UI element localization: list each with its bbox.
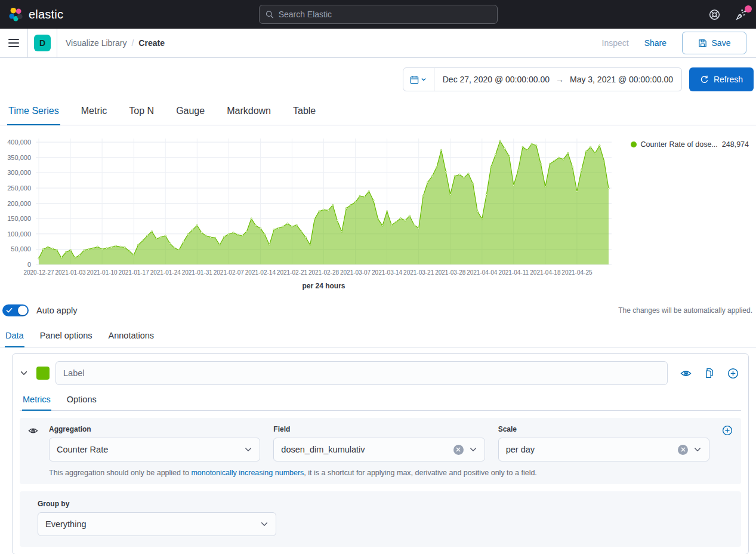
- share-button[interactable]: Share: [644, 38, 666, 48]
- clone-series-button[interactable]: [704, 368, 715, 378]
- menu-button[interactable]: [0, 29, 28, 57]
- x-axis-tick-label: 2021-01-17: [119, 269, 149, 276]
- legend-series-value: 248,974: [722, 140, 749, 149]
- inspect-button[interactable]: Inspect: [602, 38, 629, 48]
- editor-tabs: Data Panel options Annotations: [0, 326, 756, 347]
- app-badge-wrap: D: [28, 29, 57, 57]
- scale-label: Scale: [498, 425, 709, 433]
- plus-in-circle-icon: [727, 368, 739, 379]
- add-series-button[interactable]: [727, 368, 739, 379]
- global-search[interactable]: [259, 5, 498, 24]
- clear-scale-button[interactable]: [678, 445, 688, 455]
- x-axis-tick-label: 2021-02-28: [308, 269, 339, 276]
- x-axis-tick-label: 2021-01-24: [150, 269, 181, 276]
- tab-metric[interactable]: Metric: [80, 100, 109, 125]
- chevron-down-icon: [244, 445, 252, 454]
- field-group: Field dosen_dim_kumulativ: [273, 425, 485, 461]
- series-color-swatch[interactable]: [36, 367, 50, 380]
- x-axis-tick-label: 2021-03-14: [372, 269, 402, 276]
- auto-apply-row: Auto apply The changes will be automatic…: [0, 297, 756, 322]
- elastic-logo[interactable]: elastic: [8, 7, 63, 22]
- tab-data[interactable]: Data: [5, 326, 24, 347]
- search-input[interactable]: [279, 10, 491, 19]
- group-by-select[interactable]: Everything: [38, 512, 276, 536]
- aggregation-help-text: This aggregation should only be applied …: [49, 469, 733, 477]
- refresh-icon: [700, 75, 709, 84]
- tab-annotations[interactable]: Annotations: [108, 326, 155, 347]
- aggregation-group: Aggregation Counter Rate: [49, 425, 260, 461]
- check-icon: [6, 307, 13, 313]
- aggregation-value: Counter Rate: [57, 445, 244, 454]
- toggle-knob: [18, 306, 27, 315]
- newsfeed-icon[interactable]: [736, 8, 748, 20]
- save-button[interactable]: Save: [682, 32, 746, 54]
- time-filter-row: Dec 27, 2020 @ 00:00:00.00 → May 3, 2021…: [0, 58, 756, 91]
- help-text-post: , it is a shortcut for applying max, der…: [304, 469, 536, 477]
- field-value: dosen_dim_kumulativ: [281, 445, 453, 454]
- tab-markdown[interactable]: Markdown: [226, 100, 272, 125]
- tab-metrics[interactable]: Metrics: [22, 391, 51, 411]
- chart-legend[interactable]: Counter Rate of dose... 248,974: [631, 140, 749, 149]
- scale-combobox[interactable]: per day: [498, 438, 709, 461]
- group-by-label: Group by: [38, 500, 732, 508]
- legend-dot: [631, 141, 637, 147]
- help-icon[interactable]: [709, 9, 720, 20]
- clear-field-button[interactable]: [453, 445, 464, 455]
- x-axis-title: per 24 hours: [36, 282, 612, 290]
- group-by-value: Everything: [45, 519, 260, 529]
- eye-icon: [680, 368, 692, 379]
- tsvb-chart: 050,000100,000150,000200,000250,000300,0…: [0, 133, 756, 297]
- aggregation-select[interactable]: Counter Rate: [49, 438, 260, 461]
- tab-panel-options[interactable]: Panel options: [39, 326, 93, 347]
- breadcrumb-visualize-library[interactable]: Visualize Library: [66, 38, 126, 48]
- global-header: elastic: [0, 0, 756, 29]
- dashboard-app-badge[interactable]: D: [34, 35, 51, 51]
- collapse-series-button[interactable]: [20, 369, 30, 377]
- field-combobox[interactable]: dosen_dim_kumulativ: [273, 438, 485, 461]
- end-date[interactable]: May 3, 2021 @ 00:00:00.00: [570, 75, 673, 84]
- y-axis-tick-label: 100,000: [0, 230, 31, 238]
- y-axis-tick-label: 350,000: [0, 154, 31, 161]
- y-axis-tick-label: 250,000: [0, 184, 31, 192]
- add-metric-button[interactable]: [717, 425, 733, 461]
- refresh-button[interactable]: Refresh: [689, 67, 754, 91]
- search-icon: [266, 10, 274, 19]
- y-axis-tick-label: 50,000: [0, 245, 31, 253]
- area-chart-plot[interactable]: [36, 137, 612, 265]
- toggle-series-visibility-button[interactable]: [680, 368, 692, 379]
- date-picker-quick-menu[interactable]: [403, 68, 434, 91]
- save-button-label: Save: [712, 38, 731, 48]
- metric-visibility-toggle[interactable]: [28, 425, 41, 461]
- aggregation-label: Aggregation: [49, 425, 260, 433]
- tab-time-series[interactable]: Time Series: [7, 100, 60, 125]
- series-tabs: Metrics Options: [20, 391, 741, 411]
- series-header: [20, 361, 741, 385]
- x-axis-tick-label: 2021-04-11: [499, 269, 529, 276]
- chevron-down-icon: [469, 445, 477, 454]
- y-axis: 050,000100,000150,000200,000250,000300,0…: [0, 133, 31, 270]
- help-text-pre: This aggregation should only be applied …: [49, 469, 191, 477]
- notification-dot: [745, 5, 752, 13]
- tab-top-n[interactable]: Top N: [128, 100, 155, 125]
- hamburger-icon: [8, 39, 19, 47]
- super-date-picker: Dec 27, 2020 @ 00:00:00.00 → May 3, 2021…: [403, 67, 682, 91]
- tab-gauge[interactable]: Gauge: [175, 100, 206, 125]
- auto-apply-toggle[interactable]: [2, 304, 29, 316]
- tab-options[interactable]: Options: [66, 391, 97, 411]
- scale-group: Scale per day: [498, 425, 709, 461]
- scale-value: per day: [506, 445, 678, 454]
- start-date[interactable]: Dec 27, 2020 @ 00:00:00.00: [443, 75, 550, 84]
- x-axis-tick-label: 2021-01-31: [182, 269, 212, 276]
- group-by-box: Group by Everything: [20, 491, 741, 547]
- calendar-icon: [410, 75, 419, 84]
- x-axis-tick-label: 2021-02-07: [214, 269, 244, 276]
- x-axis-tick-label: 2021-03-07: [340, 269, 371, 276]
- series-label-input[interactable]: [55, 361, 668, 385]
- tab-table[interactable]: Table: [292, 100, 317, 125]
- field-label: Field: [273, 425, 485, 433]
- x-axis-tick-label: 2021-03-21: [403, 269, 434, 276]
- monotonically-increasing-link[interactable]: monotonically increasing numbers: [191, 469, 304, 477]
- series-actions: [680, 368, 741, 379]
- metric-box: Aggregation Counter Rate Field dosen_dim…: [20, 418, 741, 484]
- save-icon: [698, 39, 707, 48]
